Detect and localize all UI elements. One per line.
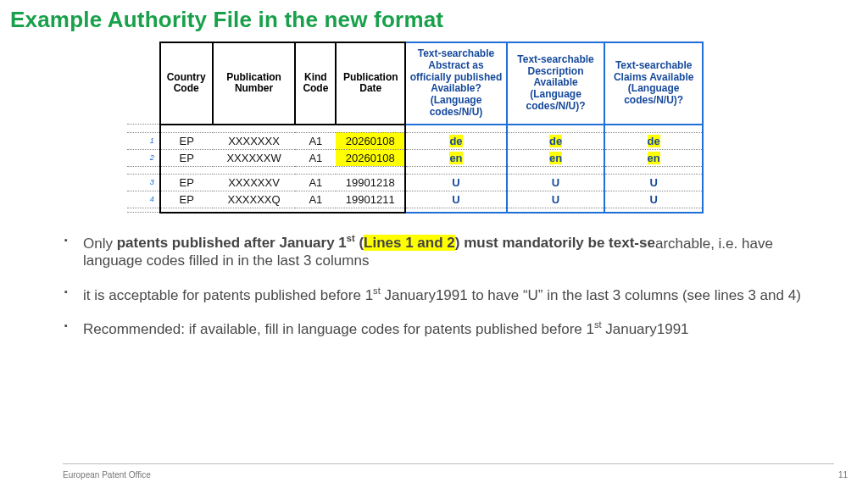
- cell-kind-code: A1: [295, 132, 336, 149]
- slide-title: Example Authority File in the new format: [10, 7, 868, 33]
- cell-description: U: [507, 174, 605, 191]
- cell-claims: U: [604, 191, 703, 208]
- cell-publication-date: 19901218: [336, 174, 405, 191]
- cell-description: de: [507, 132, 605, 149]
- cell-abstract: en: [405, 149, 506, 166]
- cell-country-code: EP: [160, 149, 213, 166]
- note-2: it is acceptable for patents published b…: [64, 286, 817, 304]
- cell-publication-date: 19901211: [336, 191, 405, 208]
- cell-claims: de: [604, 132, 703, 149]
- notes-list: Only patents published after January 1st…: [64, 234, 817, 339]
- table-gap-row: [127, 125, 703, 133]
- cell-publication-date: 20260108: [336, 132, 405, 149]
- table-closing-row: [127, 208, 703, 213]
- cell-publication-number: XXXXXXW: [213, 149, 296, 166]
- authority-file-table: Country Code Publication Number Kind Cod…: [127, 42, 704, 214]
- cell-abstract: de: [405, 132, 506, 149]
- table-row: 2EPXXXXXXWA120260108enenen: [127, 149, 703, 166]
- footer-page-number: 11: [838, 470, 848, 480]
- note-1: Only patents published after January 1st…: [64, 234, 817, 270]
- cell-country-code: EP: [160, 174, 213, 191]
- header-claims-available: Text-searchable Claims Available (Langua…: [604, 42, 703, 125]
- header-publication-date: Publication Date: [336, 42, 405, 125]
- note-3: Recommended: if available, fill in langu…: [64, 319, 817, 338]
- cell-kind-code: A1: [295, 191, 336, 208]
- row-number: 4: [127, 191, 160, 208]
- row-number: 2: [127, 149, 160, 166]
- table-row: 1EPXXXXXXXA120260108dedede: [127, 132, 703, 149]
- table-row: 3EPXXXXXXVA119901218UUU: [127, 174, 703, 191]
- footer-divider: [63, 463, 834, 464]
- table-gap-row: [127, 166, 703, 174]
- cell-publication-date: 20260108: [336, 149, 405, 166]
- highlight-lines12: Lines 1 and 2: [364, 235, 455, 251]
- row-number: 1: [127, 132, 160, 149]
- cell-publication-number: XXXXXXQ: [213, 191, 296, 208]
- cell-country-code: EP: [160, 132, 213, 149]
- header-kind-code: Kind Code: [295, 42, 336, 125]
- cell-publication-number: XXXXXXV: [213, 174, 296, 191]
- header-publication-number: Publication Number: [213, 42, 296, 125]
- cell-claims: en: [604, 149, 703, 166]
- header-rownum: [127, 42, 160, 125]
- footer-org: European Patent Office: [63, 470, 151, 480]
- cell-claims: U: [604, 174, 703, 191]
- cell-abstract: U: [405, 191, 506, 208]
- header-country-code: Country Code: [160, 42, 213, 125]
- cell-kind-code: A1: [295, 174, 336, 191]
- cell-publication-number: XXXXXXX: [213, 132, 296, 149]
- header-description-available: Text-searchable Description Available (L…: [507, 42, 605, 125]
- row-number: 3: [127, 174, 160, 191]
- header-abstract-available: Text-searchable Abstract as officially p…: [405, 42, 506, 125]
- cell-abstract: U: [405, 174, 506, 191]
- cell-country-code: EP: [160, 191, 213, 208]
- table-row: 4EPXXXXXXQA119901211UUU: [127, 191, 703, 208]
- cell-description: U: [507, 191, 605, 208]
- cell-description: en: [507, 149, 605, 166]
- cell-kind-code: A1: [295, 149, 336, 166]
